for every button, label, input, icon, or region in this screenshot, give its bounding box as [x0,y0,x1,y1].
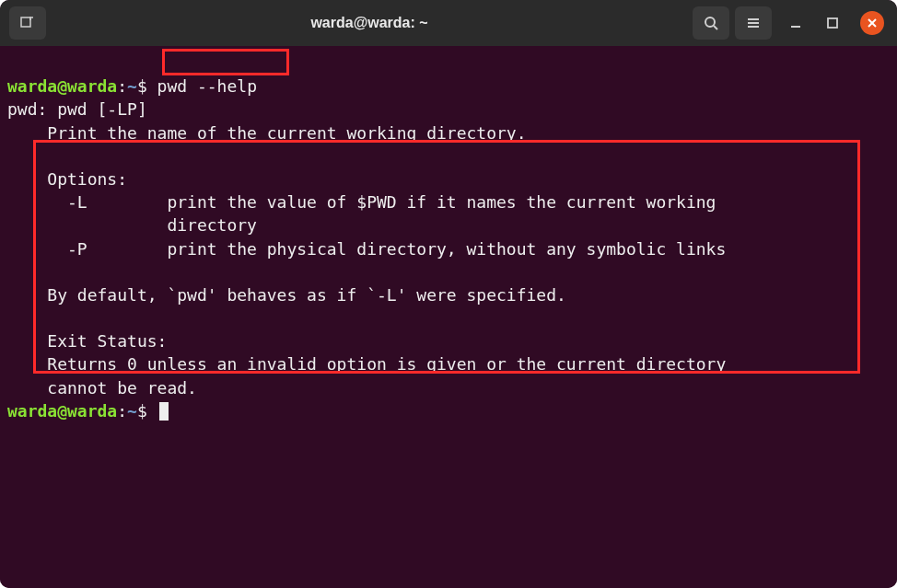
prompt-sep: : [117,76,127,96]
output-blank [7,146,47,166]
output-exit-2: cannot be read. [7,378,197,398]
prompt-user-host: warda@warda [7,401,117,421]
titlebar: warda@warda: ~ [0,0,897,46]
output-options-hdr: Options: [7,169,127,189]
terminal-body[interactable]: warda@warda:~$ pwd --help pwd: pwd [-LP]… [0,46,897,588]
prompt-path: ~ [127,401,137,421]
prompt-sigil: $ [137,401,147,421]
hamburger-icon [745,15,762,31]
output-opt-l-2: directory [7,215,257,235]
output-default: By default, `pwd' behaves as if `-L' wer… [7,285,566,305]
prompt-user-host: warda@warda [7,76,117,96]
maximize-icon [826,17,839,29]
output-exit-1: Returns 0 unless an invalid option is gi… [7,354,726,374]
terminal-window: warda@warda: ~ warda@warda:~$ pwd --help… [0,0,897,588]
prompt-path: ~ [127,76,137,96]
output-opt-l-1: -L print the value of $PWD if it names t… [7,192,716,212]
search-button[interactable] [693,6,729,40]
svg-line-1 [714,26,717,29]
close-icon [867,17,878,29]
svg-point-0 [705,17,715,27]
close-button[interactable] [860,11,884,35]
minimize-button[interactable] [783,10,809,36]
maximize-button[interactable] [820,10,845,36]
new-tab-button[interactable] [9,6,46,40]
window-title: warda@warda: ~ [52,15,687,31]
svg-rect-6 [828,18,837,28]
search-icon [703,15,719,31]
output-usage: pwd: pwd [-LP] [7,99,147,119]
prompt-sigil: $ [137,76,147,96]
command-input: pwd --help [157,76,257,96]
prompt-sep: : [117,401,127,421]
output-blank [7,262,47,282]
minimize-icon [789,17,802,29]
prompt-line-1: warda@warda:~$ pwd --help [7,76,257,96]
output-exit-hdr: Exit Status: [7,331,167,351]
menu-button[interactable] [735,6,772,40]
output-blank [7,308,47,328]
output-desc: Print the name of the current working di… [7,123,527,143]
annotation-highlight-command [162,49,289,75]
output-opt-p: -P print the physical directory, without… [7,239,726,259]
cursor [159,402,169,421]
prompt-line-2: warda@warda:~$ [7,401,169,421]
